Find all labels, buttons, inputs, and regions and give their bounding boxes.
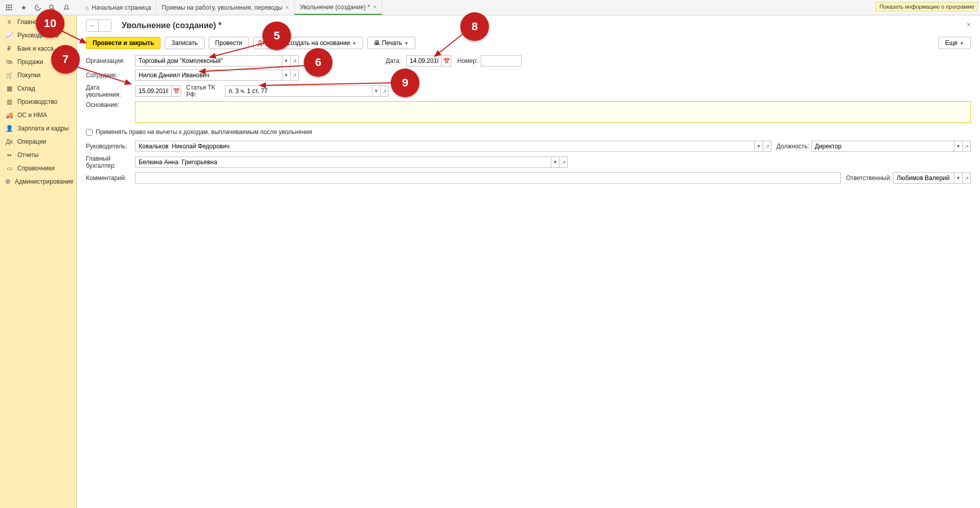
home-icon: ⌂: [85, 4, 88, 11]
tabs: ⌂ Начальная страница Приемы на работу, у…: [80, 0, 382, 15]
tab-hr[interactable]: Приемы на работу, увольнения, переводы ×: [157, 0, 295, 15]
svg-rect-7: [8, 9, 10, 10]
apps-icon[interactable]: [4, 3, 14, 13]
tab-dismissal[interactable]: Увольнение (создание) * ×: [295, 0, 382, 15]
svg-rect-4: [8, 7, 10, 8]
bell-icon[interactable]: [61, 3, 72, 13]
history-icon[interactable]: [33, 3, 43, 13]
svg-rect-5: [11, 7, 12, 8]
svg-rect-6: [6, 9, 8, 10]
svg-point-9: [50, 5, 53, 8]
close-icon[interactable]: ×: [373, 4, 376, 11]
tab-label: Приемы на работу, увольнения, переводы: [162, 4, 282, 11]
top-toolbar: ★ ⌂ Начальная страница Приемы на работу,…: [0, 0, 980, 15]
star-icon[interactable]: ★: [18, 3, 29, 13]
close-icon[interactable]: ×: [285, 4, 289, 11]
svg-rect-0: [6, 4, 8, 6]
show-program-info-button[interactable]: Показать информацию о программе: [876, 2, 978, 11]
tab-label: Увольнение (создание) *: [300, 4, 370, 11]
svg-rect-1: [8, 4, 10, 6]
svg-rect-3: [6, 7, 8, 8]
svg-rect-2: [11, 4, 12, 6]
svg-rect-8: [11, 9, 12, 10]
tab-label: Начальная страница: [92, 4, 151, 11]
tab-home[interactable]: ⌂ Начальная страница: [80, 0, 157, 15]
